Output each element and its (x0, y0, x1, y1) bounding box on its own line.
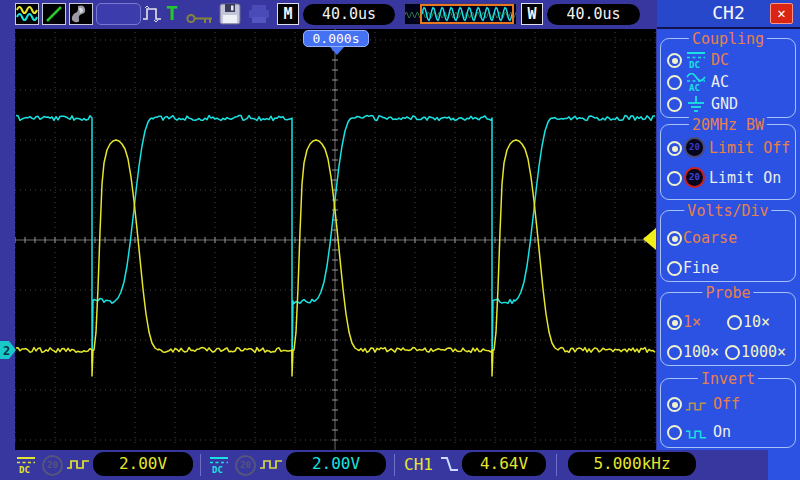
pulse-icon[interactable] (142, 4, 163, 28)
ch1-dc-coupling-icon: DC (15, 456, 37, 475)
window-timebase-readout: 40.0us (547, 4, 640, 25)
waveform-preview (404, 3, 517, 25)
radio-icon (727, 315, 742, 330)
radio-selected-icon (667, 397, 682, 412)
empty-slot-button[interactable] (96, 3, 141, 25)
ch2-dc-coupling-icon: DC (208, 456, 230, 475)
screenshot-icon[interactable] (69, 3, 93, 25)
close-menu-button[interactable]: ✕ (770, 3, 793, 24)
sidebar-header: CH2 ✕ (657, 0, 800, 27)
option-label: Fine (683, 259, 719, 277)
option-label: Off (713, 395, 740, 413)
slope-line-icon[interactable] (42, 3, 66, 25)
radio-selected-icon (667, 141, 682, 156)
preview-window-box[interactable] (420, 4, 514, 24)
bw20-limit-on-icon: 20 (684, 167, 705, 188)
radio-icon (667, 425, 682, 440)
option-label: Limit On (709, 169, 781, 187)
ch1-voltsdiv-readout: 2.00V (93, 452, 193, 476)
trigger-level-marker[interactable] (643, 228, 656, 250)
invert-panel: Invert Off On (660, 378, 796, 448)
channel-waves-icon[interactable] (15, 3, 39, 25)
option-label: AC (711, 73, 729, 91)
statusbar-separator (556, 454, 557, 476)
window-timebase-w-label: W (521, 3, 543, 25)
coupling-panel: Coupling DC DC AC AC GND (660, 38, 796, 118)
option-label: GND (711, 95, 738, 113)
probe-panel-title: Probe (702, 284, 753, 302)
option-label: Coarse (683, 229, 737, 247)
probe-panel: Probe 1× 10× 100× 1000× (660, 292, 796, 366)
oscilloscope-screen: T M 40.0us W 40.0us 0.000s 2 CH2 (0, 0, 800, 480)
radio-icon (667, 261, 682, 276)
gnd-coupling-icon (685, 95, 707, 114)
radio-selected-icon (667, 231, 682, 246)
option-label: 10× (743, 313, 770, 331)
option-label: 1000× (741, 343, 786, 361)
ch2-voltsdiv-readout: 2.00V (286, 452, 386, 476)
waveform-plot (15, 29, 656, 450)
bw20-limit-off-icon: 20 (684, 137, 705, 158)
trigger-t-icon[interactable]: T (166, 1, 178, 25)
print-icon[interactable] (247, 4, 271, 28)
main-timebase-m-label: M (277, 3, 299, 25)
svg-text:AC: AC (689, 83, 700, 92)
ch2-menu-sidebar: CH2 ✕ Coupling DC DC AC AC GND (657, 0, 800, 480)
coupling-panel-title: Coupling (689, 30, 767, 48)
statusbar-separator (394, 454, 395, 476)
waveform-display-area (15, 29, 656, 450)
svg-text:DC: DC (212, 465, 223, 475)
svg-text:2: 2 (3, 344, 10, 358)
option-label: 1× (683, 313, 701, 331)
ch2-bw20-dim-icon: 20 (235, 455, 256, 476)
dc-coupling-icon: DC (685, 51, 707, 70)
time-offset-marker[interactable]: 0.000s (303, 30, 369, 47)
status-bar: DC 20 2.00V DC 20 2.00V CH1 4.64V 5.000k… (0, 450, 768, 480)
trigger-source-label: CH1 (404, 455, 433, 474)
voltsdiv-panel-title: Volts/Div (684, 202, 771, 220)
radio-icon (667, 171, 682, 186)
option-label: DC (711, 51, 729, 69)
svg-text:DC: DC (689, 60, 700, 70)
save-floppy-icon[interactable] (219, 3, 241, 29)
statusbar-separator (200, 454, 201, 476)
bandwidth-panel: 20MHz BW 20 Limit Off 20 Limit On (660, 124, 796, 200)
bandwidth-panel-title: 20MHz BW (689, 116, 767, 134)
option-label: 100× (683, 343, 719, 361)
radio-icon (667, 345, 682, 360)
option-label: On (713, 423, 731, 441)
ch1-bw20-dim-icon: 20 (42, 455, 63, 476)
option-label: Limit Off (709, 139, 790, 157)
voltsdiv-panel: Volts/Div Coarse Fine (660, 210, 796, 282)
trigger-level-readout: 4.64V (462, 452, 546, 476)
key-lock-icon[interactable] (186, 9, 214, 28)
invert-panel-title: Invert (698, 370, 758, 388)
svg-text:DC: DC (19, 465, 30, 475)
invert-on-icon (685, 425, 707, 444)
radio-icon (667, 75, 682, 90)
falling-edge-icon (440, 454, 459, 475)
ch2-position-marker[interactable]: 2 (0, 341, 16, 359)
invert-off-icon (685, 397, 707, 416)
main-timebase-readout: 40.0us (303, 4, 395, 25)
frequency-counter-readout: 5.000kHz (568, 452, 696, 476)
radio-selected-icon (667, 53, 682, 68)
radio-selected-icon (667, 315, 682, 330)
ch1-square-wave-icon (66, 458, 90, 471)
sidebar-divider (657, 27, 800, 29)
ch2-square-wave-icon (259, 458, 283, 471)
time-offset-pointer (330, 47, 344, 55)
ac-coupling-icon: AC (685, 73, 707, 92)
radio-icon (667, 97, 682, 112)
radio-icon (725, 345, 740, 360)
